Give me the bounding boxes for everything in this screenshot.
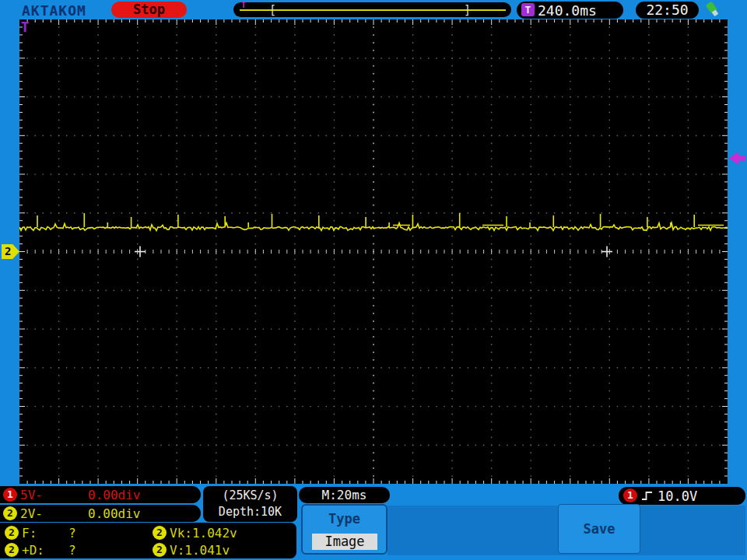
channel1-readout: 1 5V- 0.00div [0,486,201,503]
trigger-source-badge: 1 [623,488,637,502]
measure-label: F: [22,526,37,541]
measurements-panel: 2 F: ? 2 Vk:1.042v 2 +D: ? 2 V:1.041v [0,523,296,558]
trigger-delay-value: 240.0ms [538,2,597,19]
measure-label: Vk:1.042v [170,526,237,541]
grid-and-trace [19,19,728,484]
window-left-bracket: [ [269,3,276,17]
trigger-level-marker [729,152,745,165]
type-menu-title: Type [303,511,386,527]
oscilloscope-screen: AKTAKOM Stop T [ ] T 240.0ms 22:50 T 2 1… [0,0,747,560]
clock: 22:50 [636,2,699,19]
type-menu-selected-value[interactable]: Image [312,534,377,550]
measure-value: ? [68,543,76,558]
memory-depth: Depth:10K [203,504,297,520]
measure-ch-badge: 2 [5,526,19,540]
channel2-position-marker: 2 [2,244,19,259]
measure-label: +D: [22,543,44,558]
measure-ch-badge: 2 [5,543,19,557]
measure-ch-badge: 2 [153,543,167,557]
channel1-scale: 5V- [20,488,43,502]
measure-label: V:1.041v [170,543,230,558]
measure-ch-badge: 2 [153,526,167,540]
graticule-display: T [19,19,728,484]
type-menu-button[interactable]: Type Image [301,504,388,555]
trigger-position-mark: T [241,1,246,9]
brand-logo: AKTAKOM [22,2,86,19]
record-position-bar: T [ ] [233,2,511,17]
channel2-badge: 2 [3,506,17,520]
measurement-row: 2 F: ? 2 Vk:1.042v [0,524,296,541]
channel2-offset: 0.00div [88,506,140,521]
channel1-offset: 0.00div [88,488,140,502]
channel1-badge: 1 [3,488,17,502]
trigger-corner-marker: T [21,19,29,35]
measurement-row: 2 +D: ? 2 V:1.041v [0,541,296,558]
acquisition-readout: (25KS/s) Depth:10K [203,486,297,522]
trigger-readout: 1 10.0V [619,487,745,505]
window-right-bracket: ] [464,3,471,17]
save-button[interactable]: Save [558,504,640,554]
measure-value: ? [68,526,76,541]
run-state-badge: Stop [111,2,187,18]
trigger-delay-readout: T 240.0ms [517,2,623,19]
channel2-readout: 2 2V- 0.00div [0,505,201,522]
trigger-t-icon: T [521,3,535,16]
rising-edge-icon [641,490,654,502]
timebase-readout: M:20ms [299,487,390,503]
trigger-level-value: 10.0V [658,488,697,504]
usb-flash-icon [704,1,723,19]
channel2-scale: 2V- [20,506,43,521]
sample-rate: (25KS/s) [203,488,297,504]
